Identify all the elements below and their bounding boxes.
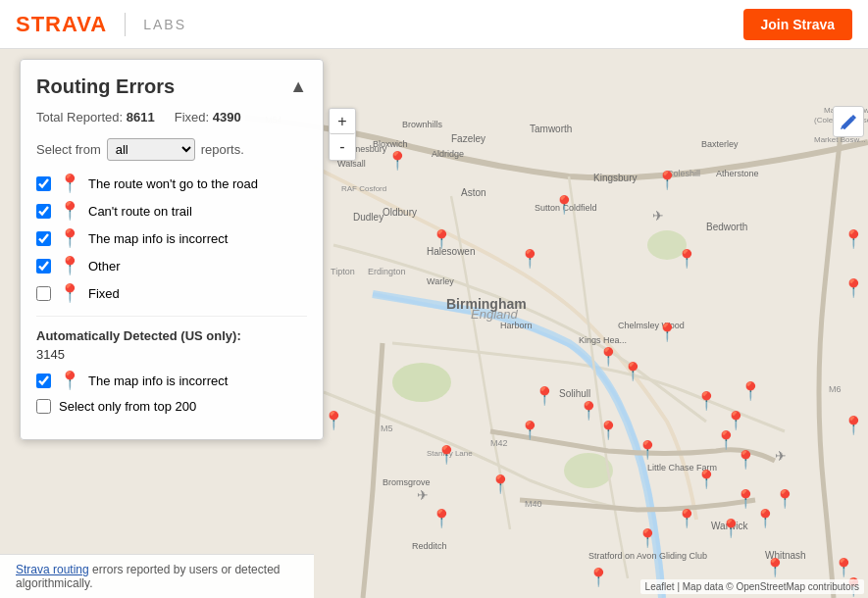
edit-icon[interactable] (833, 106, 864, 137)
map-pin-37[interactable]: 📍 (676, 508, 697, 529)
map-pin-24[interactable]: 📍 (774, 488, 795, 510)
map-pin-16[interactable]: 📍 (695, 390, 717, 412)
svg-text:M5: M5 (381, 424, 393, 433)
select-prefix: Select from (36, 142, 101, 157)
svg-text:Bedworth: Bedworth (706, 222, 747, 232)
map-pin-12[interactable]: 📍 (637, 439, 658, 461)
map-pin-39[interactable]: 📍 (656, 322, 678, 343)
map-pin-18[interactable]: 📍 (740, 380, 761, 402)
map-pin-5[interactable]: 📍 (676, 248, 697, 270)
map-pin-2[interactable]: 📍 (431, 228, 452, 250)
svg-text:✈: ✈ (417, 487, 429, 503)
svg-text:RAF Cosford: RAF Cosford (341, 184, 386, 193)
filter-checkbox-a1[interactable] (36, 374, 51, 388)
strava-routing-link[interactable]: Strava routing (16, 563, 89, 576)
filter-checkbox-f3[interactable] (36, 231, 51, 246)
filter-checkbox-f2[interactable] (36, 204, 51, 219)
map-pin-17[interactable]: 📍 (725, 410, 746, 431)
map-pin-33[interactable]: 📍 (764, 557, 786, 578)
total-label: Total Reported: (36, 110, 123, 125)
map-pin-15[interactable]: 📍 (622, 361, 643, 382)
reports-filter-select[interactable]: all last week last month (107, 138, 195, 161)
top200-filter-item: Select only from top 200 (36, 399, 307, 414)
select-suffix: reports. (201, 142, 244, 157)
join-strava-button[interactable]: Join Strava (743, 9, 852, 40)
map-pin-11[interactable]: 📍 (597, 420, 619, 441)
map-pin-34[interactable]: 📍 (842, 277, 864, 299)
top200-checkbox[interactable] (36, 399, 51, 414)
labs-label: LABS (143, 17, 186, 32)
fixed-label: Fixed: (175, 110, 209, 125)
map-pin-29[interactable]: 📍 (587, 567, 609, 588)
filter-checkbox-f1[interactable] (36, 176, 51, 191)
svg-text:Tipton: Tipton (331, 267, 355, 276)
svg-text:M40: M40 (525, 499, 542, 509)
svg-text:Harborn: Harborn (500, 321, 533, 330)
map-pin-6[interactable]: 📍 (323, 410, 344, 431)
auto-title: Automatically Detected (US only): (36, 328, 307, 343)
filter-item-0: 📍The route won't go to the road (36, 174, 307, 192)
sidebar-panel: Routing Errors ▲ Total Reported: 8611 Fi… (20, 59, 324, 440)
svg-text:✈: ✈ (652, 208, 664, 224)
filter-pin-indigo: 📍 (59, 372, 80, 389)
header: STRAVA LABS Join Strava (0, 0, 868, 49)
svg-text:Baxterley: Baxterley (701, 139, 739, 149)
map-pin-10[interactable]: 📍 (578, 400, 599, 422)
filter-checkbox-f4[interactable] (36, 259, 51, 274)
filter-pin-purple: 📍 (59, 229, 80, 247)
map-pin-7[interactable]: 📍 (435, 444, 457, 466)
header-divider (125, 13, 126, 36)
svg-text:Kingsbury: Kingsbury (593, 173, 637, 183)
collapse-button[interactable]: ▲ (289, 76, 307, 97)
filter-checkbox-f5[interactable] (36, 286, 51, 301)
auto-count: 3145 (36, 347, 307, 362)
filter-item-0: 📍The map info is incorrect (36, 372, 307, 389)
svg-text:Fazeley: Fazeley (451, 133, 485, 144)
filter-pin-orange: 📍 (59, 174, 80, 192)
filter-item-4: 📍Fixed (36, 284, 307, 302)
svg-text:Brownhills: Brownhills (402, 120, 443, 129)
map-pin-9[interactable]: 📍 (489, 473, 511, 495)
filter-label-f1: The route won't go to the road (88, 176, 258, 191)
total-reported: Total Reported: 8611 (36, 110, 155, 125)
map-pin-36[interactable]: 📍 (720, 518, 741, 539)
map-pin-25[interactable]: 📍 (842, 415, 864, 436)
map-pin-0[interactable]: 📍 (386, 150, 408, 172)
map-pin-40[interactable]: 📍 (597, 346, 619, 368)
map-pin-8[interactable]: 📍 (431, 508, 452, 529)
svg-text:Birmingham: Birmingham (446, 296, 527, 312)
panel-title: Routing Errors (36, 75, 175, 98)
zoom-in-button[interactable]: + (330, 109, 355, 134)
pencil-icon (840, 113, 857, 130)
map-pin-1[interactable]: 📍 (553, 194, 575, 216)
map-pin-4[interactable]: 📍 (656, 170, 678, 191)
svg-point-1 (392, 363, 451, 402)
map-pin-3[interactable]: 📍 (519, 248, 540, 270)
zoom-out-button[interactable]: - (330, 134, 355, 160)
map-pin-21[interactable]: 📍 (695, 469, 717, 490)
map-pin-26[interactable]: 📍 (833, 557, 854, 578)
map-pin-13[interactable]: 📍 (534, 385, 555, 407)
footer-note: Strava routing errors reported by users … (0, 554, 314, 598)
map-pin-28[interactable]: 📍 (637, 527, 658, 549)
map-pin-35[interactable]: 📍 (842, 228, 864, 250)
map-pin-14[interactable]: 📍 (519, 420, 540, 441)
filter-label-f2: Can't route on trail (88, 204, 192, 219)
select-row: Select from all last week last month rep… (36, 138, 307, 161)
svg-text:✈: ✈ (775, 448, 787, 464)
svg-text:Kings Hea...: Kings Hea... (579, 335, 627, 345)
fixed-value: 4390 (213, 110, 241, 125)
svg-text:Erdington: Erdington (368, 267, 406, 276)
filter-label-f4: Other (88, 259, 121, 274)
svg-text:Solihull: Solihull (559, 388, 590, 399)
filter-label-a1: The map info is incorrect (88, 374, 228, 388)
top200-label: Select only from top 200 (59, 399, 196, 414)
filter-item-3: 📍Other (36, 257, 307, 274)
map-attribution: Leaflet | Map data © OpenStreetMap contr… (640, 579, 864, 594)
map-pin-23[interactable]: 📍 (754, 508, 776, 529)
filter-label-f3: The map info is incorrect (88, 231, 228, 246)
svg-text:Dudley: Dudley (353, 212, 383, 223)
map-pin-22[interactable]: 📍 (735, 488, 756, 510)
map-pin-19[interactable]: 📍 (715, 429, 737, 451)
map-pin-20[interactable]: 📍 (735, 449, 756, 471)
